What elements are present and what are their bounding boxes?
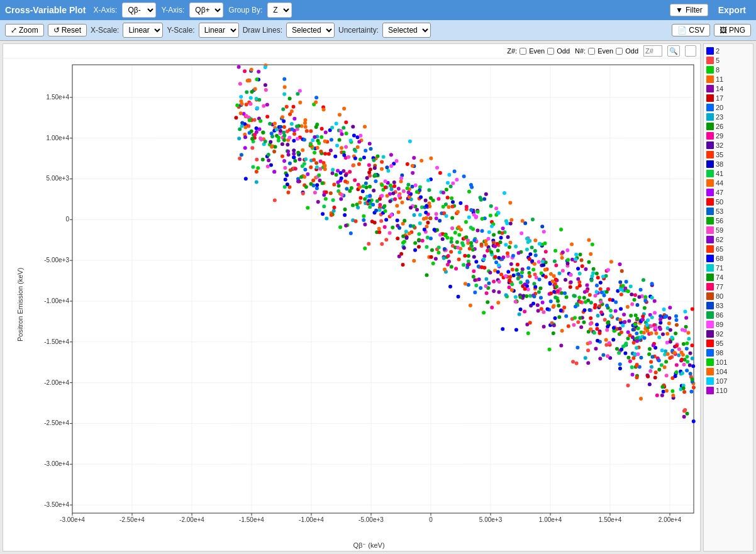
legend-label: 32 bbox=[716, 141, 723, 149]
legend-color-swatch bbox=[706, 179, 714, 187]
legend-item[interactable]: 11 bbox=[705, 75, 752, 84]
reset-button[interactable]: ↺ Reset bbox=[48, 24, 87, 36]
legend-item[interactable]: 86 bbox=[705, 311, 752, 319]
group-by-label: Group By: bbox=[228, 6, 262, 14]
legend-label: 8 bbox=[716, 66, 720, 74]
legend-color-swatch bbox=[706, 321, 714, 328]
legend-item[interactable]: 65 bbox=[705, 245, 752, 253]
export-label: Export bbox=[713, 4, 751, 16]
legend-item[interactable]: 62 bbox=[705, 235, 752, 244]
legend-item[interactable]: 110 bbox=[705, 386, 752, 395]
legend-item[interactable]: 50 bbox=[705, 197, 752, 206]
legend-item[interactable]: 77 bbox=[705, 282, 752, 291]
legend-color-swatch bbox=[706, 283, 714, 291]
legend-item[interactable]: 5 bbox=[705, 56, 752, 65]
legend-item[interactable]: 32 bbox=[705, 141, 752, 150]
legend-label: 29 bbox=[716, 132, 723, 140]
legend-item[interactable]: 59 bbox=[705, 226, 752, 235]
png-button[interactable]: 🖼 PNG bbox=[714, 24, 751, 36]
legend-item[interactable]: 74 bbox=[705, 273, 752, 282]
legend-label: 95 bbox=[716, 340, 723, 347]
legend-label: 74 bbox=[716, 274, 723, 281]
legend-item[interactable]: 20 bbox=[705, 103, 752, 112]
z-even-label: Even bbox=[529, 47, 545, 55]
y-axis-select[interactable]: Qβ+ Qβ- Z N A bbox=[189, 3, 223, 18]
draw-lines-select[interactable]: Selected All None bbox=[286, 23, 335, 38]
legend-label: 62 bbox=[716, 236, 723, 243]
legend-item[interactable]: 80 bbox=[705, 292, 752, 301]
legend-item[interactable]: 29 bbox=[705, 131, 752, 140]
n-even-checkbox[interactable] bbox=[588, 48, 595, 55]
legend-color-swatch bbox=[706, 198, 714, 206]
y-axis-label: Y-Axis: bbox=[161, 6, 184, 14]
legend-item[interactable]: 56 bbox=[705, 216, 752, 225]
csv-button[interactable]: 📄 CSV bbox=[672, 24, 710, 36]
n-hash-label: N#: bbox=[575, 47, 586, 55]
legend-color-swatch bbox=[706, 377, 714, 385]
legend-item[interactable]: 8 bbox=[705, 65, 752, 74]
legend-item[interactable]: 71 bbox=[705, 263, 752, 272]
uncertainty-select[interactable]: Selected All None bbox=[382, 23, 431, 38]
x-scale-select[interactable]: Linear Log bbox=[123, 23, 163, 38]
legend-item[interactable]: 89 bbox=[705, 320, 752, 329]
legend-label: 65 bbox=[716, 245, 723, 253]
legend-color-swatch bbox=[706, 123, 714, 130]
legend-item[interactable]: 38 bbox=[705, 160, 752, 169]
legend-item[interactable]: 44 bbox=[705, 179, 752, 187]
legend-item[interactable]: 107 bbox=[705, 377, 752, 385]
legend-item[interactable]: 14 bbox=[705, 84, 752, 93]
legend-item[interactable]: 104 bbox=[705, 367, 752, 376]
zoom-button[interactable]: ⤢ Zoom bbox=[5, 24, 44, 36]
y-scale-select[interactable]: Linear Log bbox=[199, 23, 239, 38]
legend-item[interactable]: 2 bbox=[705, 47, 752, 55]
png-icon: 🖼 bbox=[720, 26, 727, 35]
legend: 2581114172023262932353841444750535659626… bbox=[703, 43, 753, 551]
legend-label: 86 bbox=[716, 311, 723, 319]
legend-item[interactable]: 83 bbox=[705, 301, 752, 310]
legend-color-swatch bbox=[706, 349, 714, 357]
legend-color-swatch bbox=[706, 141, 714, 149]
legend-color-swatch bbox=[706, 104, 714, 111]
legend-color-swatch bbox=[706, 132, 714, 140]
legend-item[interactable]: 101 bbox=[705, 358, 752, 367]
filter-button[interactable]: ▼ Filter bbox=[670, 4, 708, 16]
n-odd-label: Odd bbox=[625, 47, 638, 55]
legend-item[interactable]: 95 bbox=[705, 339, 752, 348]
z-search-input[interactable] bbox=[643, 45, 662, 57]
legend-color-swatch bbox=[706, 47, 714, 55]
z-even-checkbox[interactable] bbox=[520, 48, 526, 55]
legend-label: 17 bbox=[716, 94, 723, 102]
legend-label: 101 bbox=[716, 358, 727, 366]
legend-item[interactable]: 26 bbox=[705, 122, 752, 131]
legend-item[interactable]: 47 bbox=[705, 188, 752, 197]
legend-color-swatch bbox=[706, 66, 714, 74]
legend-label: 80 bbox=[716, 292, 723, 300]
legend-item[interactable]: 68 bbox=[705, 254, 752, 263]
check-button[interactable] bbox=[685, 45, 696, 57]
legend-label: 50 bbox=[716, 198, 723, 206]
legend-color-swatch bbox=[706, 85, 714, 92]
legend-item[interactable]: 17 bbox=[705, 94, 752, 102]
x-scale-label: X-Scale: bbox=[91, 26, 119, 35]
legend-item[interactable]: 92 bbox=[705, 330, 752, 338]
legend-item[interactable]: 98 bbox=[705, 348, 752, 357]
legend-item[interactable]: 23 bbox=[705, 113, 752, 121]
legend-label: 56 bbox=[716, 217, 723, 224]
legend-item[interactable]: 53 bbox=[705, 207, 752, 216]
legend-color-swatch bbox=[706, 245, 714, 253]
legend-item[interactable]: 41 bbox=[705, 169, 752, 178]
legend-label: 89 bbox=[716, 321, 723, 328]
legend-item[interactable]: 35 bbox=[705, 150, 752, 159]
legend-label: 35 bbox=[716, 151, 723, 158]
z-odd-checkbox[interactable] bbox=[547, 48, 554, 55]
legend-label: 11 bbox=[716, 75, 723, 83]
legend-label: 20 bbox=[716, 104, 723, 111]
uncertainty-label: Uncertainty: bbox=[338, 26, 379, 35]
x-axis-label-text: Qβ⁻ (keV) bbox=[38, 541, 700, 551]
x-axis-select[interactable]: Qβ- Qβ+ Z N A bbox=[122, 3, 156, 18]
group-by-select[interactable]: Z N A bbox=[267, 3, 292, 18]
search-button[interactable]: 🔍 bbox=[667, 45, 680, 57]
n-odd-checkbox[interactable] bbox=[616, 48, 623, 55]
legend-label: 104 bbox=[716, 368, 727, 375]
csv-icon: 📄 bbox=[677, 26, 687, 35]
